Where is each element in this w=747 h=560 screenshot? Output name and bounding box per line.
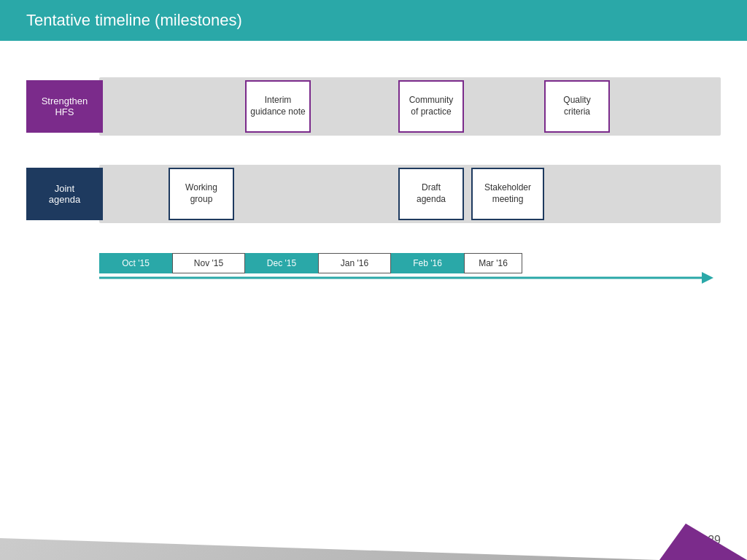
stakeholder-label: Stakeholdermeeting <box>484 182 531 205</box>
page-title: Tentative timeline (milestones) <box>26 11 242 30</box>
draft-agenda-box: Draftagenda <box>398 168 464 220</box>
interim-box: Interim guidance note <box>245 80 311 133</box>
hfs-track-row: StrengthenHFS Interim guidance note Comm… <box>26 77 721 136</box>
timeline: Oct '15 Nov '15 Dec '15 Jan '16 Feb '16 … <box>26 263 721 292</box>
hfs-track: StrengthenHFS Interim guidance note Comm… <box>26 77 721 136</box>
time-labels: Oct '15 Nov '15 Dec '15 Jan '16 Feb '16 … <box>99 253 692 273</box>
timeline-arrow <box>702 272 713 284</box>
stakeholder-box: Stakeholdermeeting <box>471 168 544 220</box>
footer-purple-deco <box>659 524 747 560</box>
joint-start-label: Jointagenda <box>49 183 80 205</box>
hfs-start-label: StrengthenHFS <box>42 96 88 117</box>
time-dec15: Dec '15 <box>245 253 318 273</box>
quality-box: Qualitycriteria <box>544 80 610 133</box>
community-label: Communityof practice <box>409 95 454 117</box>
joint-track-row: Jointagenda Workinggroup Draftagenda Sta… <box>26 165 721 223</box>
time-nov15: Nov '15 <box>172 253 245 273</box>
footer-decoration <box>0 524 747 560</box>
quality-label: Qualitycriteria <box>563 95 590 117</box>
time-oct15: Oct '15 <box>99 253 172 273</box>
time-mar16: Mar '16 <box>464 253 522 273</box>
interim-label: Interim guidance note <box>247 95 309 117</box>
working-group-box: Workinggroup <box>169 168 234 220</box>
footer-gray-deco <box>0 524 659 560</box>
main-content: StrengthenHFS Interim guidance note Comm… <box>0 41 747 292</box>
time-feb16: Feb '16 <box>391 253 464 273</box>
working-group-label: Workinggroup <box>185 182 217 205</box>
time-jan16: Jan '16 <box>318 253 391 273</box>
draft-agenda-label: Draftagenda <box>417 182 446 205</box>
hfs-start-box: StrengthenHFS <box>26 80 103 133</box>
header: Tentative timeline (milestones) <box>0 0 747 41</box>
timeline-line <box>99 277 706 279</box>
community-box: Communityof practice <box>398 80 464 133</box>
joint-start-box: Jointagenda <box>26 168 103 220</box>
